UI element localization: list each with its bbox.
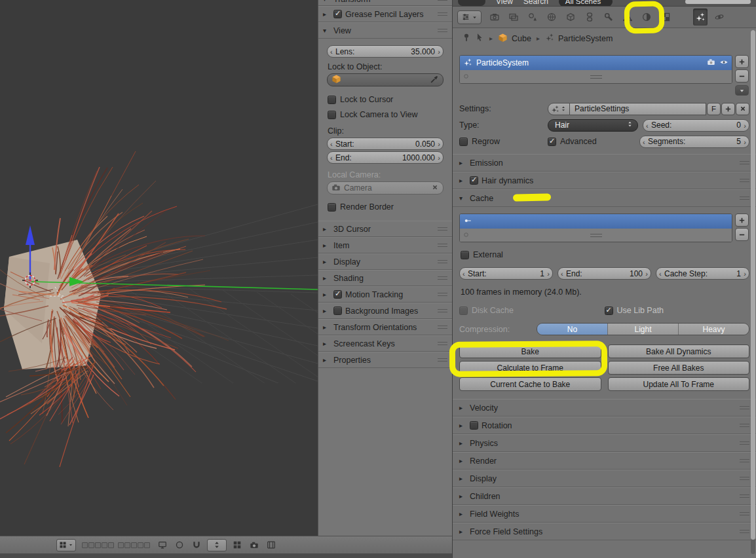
disk-cache-checkbox[interactable] (459, 307, 468, 315)
pin-icon[interactable] (462, 33, 471, 44)
panel-screencast-keys[interactable]: Screencast Keys (318, 335, 452, 352)
cache-item[interactable] (460, 214, 732, 229)
panel-transform-orientations[interactable]: Transform Orientations (318, 319, 452, 335)
new-settings-button[interactable] (721, 103, 735, 115)
proportional-edit-dropdown[interactable] (207, 539, 227, 551)
panel-grip[interactable] (438, 342, 447, 345)
current-cache-to-bake-button[interactable]: Current Cache to Bake (459, 377, 601, 391)
tab-texture[interactable] (658, 9, 673, 26)
clip-end-field[interactable]: End: 1000.000 (327, 151, 444, 164)
decrement-arrow-icon[interactable] (646, 121, 649, 131)
bake-all-dynamics-button[interactable]: Bake All Dynamics (608, 344, 750, 358)
increment-arrow-icon[interactable] (438, 139, 440, 149)
layer-toggles[interactable] (82, 542, 150, 548)
filter-toggle-icon[interactable] (463, 73, 470, 82)
resize-handle-icon[interactable] (590, 75, 602, 79)
panel-grip[interactable] (438, 358, 447, 362)
menu-search[interactable]: Search (523, 0, 548, 6)
layer-toggle[interactable] (102, 542, 107, 548)
compression-heavy[interactable]: Heavy (679, 324, 749, 335)
panel-display[interactable]: Display (318, 253, 452, 270)
tab-object-data[interactable] (620, 9, 635, 26)
pointer-icon[interactable] (475, 33, 484, 44)
add-cache-button[interactable] (735, 214, 749, 227)
layer-toggle[interactable] (118, 542, 124, 548)
opengl-render-film-icon[interactable] (265, 539, 278, 551)
panel-grease-pencil-layers[interactable]: Grease Pencil Layers (318, 6, 452, 22)
panel-grip[interactable] (740, 406, 749, 409)
tab-physics[interactable] (712, 9, 727, 26)
filter-toggle-icon[interactable] (463, 231, 470, 240)
disk-cache-toggle[interactable]: Disk Cache (459, 305, 605, 316)
tab-object[interactable] (563, 9, 578, 26)
use-lib-path-toggle[interactable]: Use Lib Path (605, 305, 750, 316)
increment-arrow-icon[interactable] (744, 137, 746, 147)
fake-user-button[interactable]: F (707, 103, 721, 115)
panel-grip[interactable] (438, 12, 447, 16)
panel-grip[interactable] (740, 179, 749, 182)
layer-toggle[interactable] (138, 542, 143, 548)
panel-grip[interactable] (438, 29, 447, 32)
increment-arrow-icon[interactable] (744, 121, 746, 131)
panel-grip[interactable] (438, 293, 447, 296)
eyedropper-icon[interactable] (430, 75, 439, 86)
remove-particle-system-button[interactable] (735, 69, 749, 83)
panel-rotation[interactable]: Rotation (453, 417, 756, 434)
clear-camera-icon[interactable] (431, 183, 439, 193)
lock-to-cursor-checkbox[interactable] (328, 96, 336, 104)
tab-scene[interactable] (525, 9, 540, 26)
panel-view[interactable]: View (318, 22, 452, 39)
panel-grip[interactable] (438, 309, 447, 312)
tab-material[interactable] (639, 9, 654, 26)
rotation-checkbox[interactable] (470, 421, 478, 430)
layer-toggle[interactable] (124, 542, 130, 548)
panel-hair-dynamics[interactable]: Hair dynamics (453, 172, 756, 189)
browse-settings-button[interactable] (548, 103, 570, 115)
add-particle-system-button[interactable] (735, 55, 749, 68)
panel-grip[interactable] (438, 326, 447, 329)
particle-system-item[interactable]: ParticleSystem (460, 56, 732, 70)
decrement-arrow-icon[interactable] (643, 137, 645, 147)
render-border-checkbox[interactable] (328, 203, 336, 212)
tab-render[interactable] (487, 9, 502, 26)
panel-item[interactable]: Item (318, 237, 452, 253)
select-circle-icon[interactable] (173, 539, 186, 551)
panel-grip[interactable] (740, 161, 749, 164)
panel-grip[interactable] (740, 530, 749, 533)
panel-force-field-settings[interactable]: Force Field Settings (453, 523, 756, 540)
increment-arrow-icon[interactable] (547, 269, 550, 279)
panel-motion-tracking[interactable]: Motion Tracking (318, 286, 452, 303)
panel-shading[interactable]: Shading (318, 270, 452, 286)
seed-field[interactable]: Seed: 0 (643, 119, 749, 132)
advanced-checkbox[interactable] (548, 138, 556, 146)
tab-render-layers[interactable] (506, 9, 521, 26)
window-menu-partial[interactable] (458, 0, 485, 6)
panel-grip[interactable] (438, 244, 447, 247)
scrollbar-thumb[interactable] (751, 30, 755, 540)
panel-grip[interactable] (740, 424, 749, 427)
external-toggle[interactable]: External (461, 249, 748, 261)
specials-menu-button[interactable] (735, 85, 749, 96)
snap-magnet-icon[interactable] (190, 539, 203, 551)
panel-cache[interactable]: Cache (453, 189, 756, 207)
menu-view[interactable]: View (496, 0, 513, 6)
type-dropdown[interactable]: Hair (548, 119, 638, 132)
particle-settings-name-field[interactable]: ParticleSettings (570, 103, 706, 115)
panel-grip[interactable] (740, 477, 749, 480)
tab-world[interactable] (544, 9, 559, 26)
segments-field[interactable]: Segments: 5 (639, 136, 749, 148)
decrement-arrow-icon[interactable] (463, 269, 465, 279)
panel-grip[interactable] (438, 276, 447, 280)
panel-children[interactable]: Children (453, 487, 756, 505)
header-scrollbar[interactable] (685, 0, 751, 4)
panel-grip[interactable] (740, 459, 749, 462)
3d-viewport[interactable] (0, 0, 318, 536)
free-all-bakes-button[interactable]: Free All Bakes (608, 361, 750, 375)
layer-toggle[interactable] (82, 542, 88, 548)
layers-grid-icon[interactable] (231, 539, 244, 551)
increment-arrow-icon[interactable] (744, 269, 746, 279)
scene-selector[interactable]: All Scenes (559, 0, 613, 7)
panel-grip[interactable] (438, 260, 447, 263)
panel-grip[interactable] (740, 512, 749, 515)
decrement-arrow-icon[interactable] (330, 153, 333, 163)
